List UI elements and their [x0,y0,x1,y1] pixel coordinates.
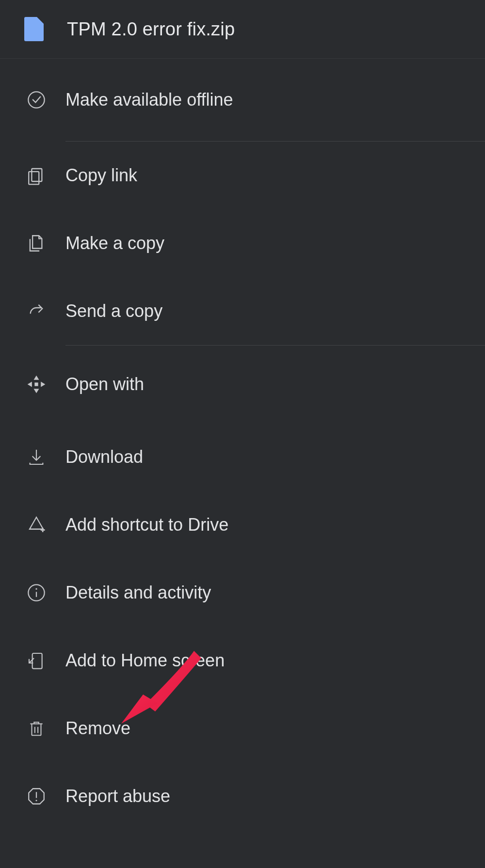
report-abuse-icon [24,784,48,808]
download-icon [24,445,48,469]
file-icon [24,17,44,41]
menu-label: Remove [65,718,130,739]
menu-open-with[interactable]: Open with [0,346,485,423]
svg-rect-15 [32,653,42,669]
menu-download[interactable]: Download [0,423,485,491]
menu-label: Download [65,447,143,467]
menu-add-to-home-screen[interactable]: Add to Home screen [0,627,485,694]
file-header: TPM 2.0 error fix.zip [0,0,485,59]
menu-make-a-copy[interactable]: Make a copy [0,209,485,277]
offline-icon [24,88,48,112]
menu-remove[interactable]: Remove [0,694,485,762]
svg-rect-2 [29,172,39,184]
svg-rect-7 [34,382,38,386]
svg-marker-6 [41,382,45,387]
add-to-home-screen-icon [24,648,48,673]
menu-label: Report abuse [65,786,170,806]
copy-link-icon [24,163,48,188]
menu-report-abuse[interactable]: Report abuse [0,762,485,830]
open-with-icon [24,372,48,396]
menu-label: Details and activity [65,583,211,603]
menu-label: Send a copy [65,301,162,321]
file-actions-sheet: TPM 2.0 error fix.zip Make available off… [0,0,485,830]
add-shortcut-to-drive-icon [24,513,48,537]
info-icon [24,581,48,605]
file-name: TPM 2.0 error fix.zip [67,19,235,40]
menu-make-available-offline[interactable]: Make available offline [0,59,485,141]
svg-marker-9 [30,517,43,529]
menu-label: Make a copy [65,233,164,253]
svg-marker-4 [34,389,39,393]
menu-label: Add shortcut to Drive [65,515,228,535]
svg-point-22 [35,800,37,801]
svg-point-14 [35,588,37,590]
svg-rect-1 [32,169,42,181]
menu-send-a-copy[interactable]: Send a copy [0,277,485,345]
send-a-copy-icon [24,299,48,323]
svg-marker-3 [34,376,39,380]
menu-label: Make available offline [65,90,233,110]
make-a-copy-icon [24,231,48,255]
svg-point-0 [28,92,44,108]
trash-icon [24,716,48,741]
menu-label: Add to Home screen [65,650,225,671]
menu-label: Open with [65,374,144,395]
menu-label: Copy link [65,165,137,186]
svg-marker-5 [28,382,32,387]
menu-details-and-activity[interactable]: Details and activity [0,559,485,627]
menu-add-shortcut-to-drive[interactable]: Add shortcut to Drive [0,491,485,559]
menu-copy-link[interactable]: Copy link [0,142,485,209]
svg-line-16 [29,658,34,663]
